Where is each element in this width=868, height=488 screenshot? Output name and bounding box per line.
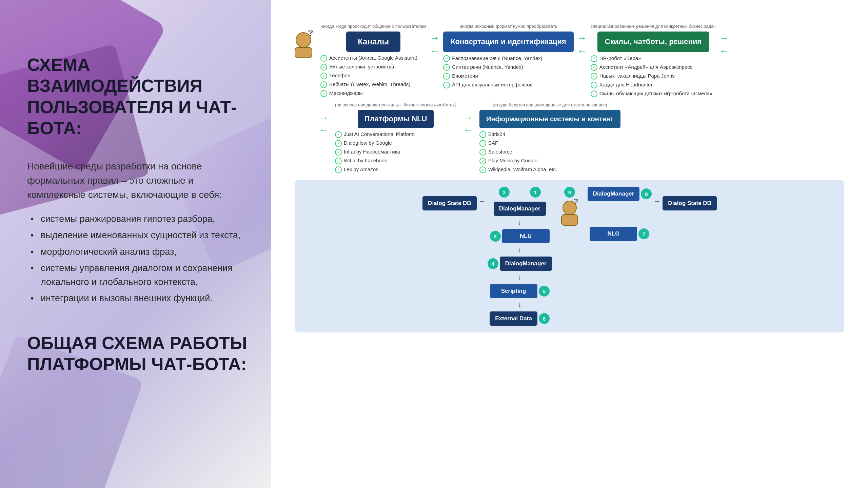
top-note-2: иногда исходный формат нужно преобразова…: [460, 15, 557, 29]
badge-9: 9: [564, 187, 575, 198]
right-arrow-icon: →: [719, 32, 729, 44]
down-arrow-icon: ↓: [518, 273, 521, 281]
left-panel: СХЕМА ВЗАИМОДЕЙСТВИЯ ПОЛЬЗОВАТЕЛЯ И ЧАТ-…: [0, 0, 271, 488]
bullet-list: системы ранжирования гипотез разбора, вы…: [27, 212, 251, 305]
check-icon: ✓: [591, 55, 597, 62]
skills-section: специализированные решения для конкретны…: [591, 15, 716, 99]
check-item: ✓ Inf.ai by Наносемантика: [335, 148, 456, 156]
secondary-title: ОБЩАЯ СХЕМА РАБОТЫ ПЛАТФОРМЫ ЧАТ-БОТА:: [27, 332, 251, 375]
check-icon: ✓: [320, 64, 327, 70]
check-item: ✓ Ассистент «Андрей» для Аэроэкспресс: [591, 64, 716, 71]
check-icon: ✓: [335, 149, 342, 156]
badge-1: 1: [530, 187, 541, 198]
check-item: ✓ Just AI Conversational Platform: [335, 131, 456, 138]
right-panel: ? иногда когда происходит общение с поль…: [271, 0, 868, 488]
checklist-2: ✓ Распознавание речи (Nuance, Yandex) ✓ …: [443, 55, 574, 90]
bullet-item: интеграции и вызовы внешних функций.: [27, 291, 251, 305]
dialog-manager-2: DialogManager: [500, 257, 552, 271]
middle-section: → ← (на основе них делается скилы – бизн…: [319, 102, 841, 175]
check-item: ✓ Распознавание речи (Nuance, Yandex): [443, 55, 574, 62]
badge-5: 5: [539, 286, 550, 297]
check-icon: ✓: [443, 82, 450, 88]
check-icon: ✓: [591, 90, 597, 97]
check-item: ✓ Скилы обучающих детских игр-робота «См…: [591, 90, 716, 97]
platform-nlu-box: Платформы NLU: [358, 110, 434, 128]
check-item: ✓ Lex by Amazon: [335, 166, 456, 173]
external-data-box: External Data: [490, 311, 537, 326]
mid-note-2: (откуда берутся внешние данные для ответ…: [493, 102, 607, 108]
check-item: ✓ Wikipedia, Wolfram Alpha, etc.: [479, 166, 620, 173]
left-arrow-icon: ←: [319, 125, 328, 136]
left-arrow-icon: ←: [719, 45, 729, 57]
arrows-1: → ←: [430, 32, 440, 57]
check-item: ✓ Телефон: [320, 72, 426, 79]
check-icon: ✓: [479, 158, 486, 164]
left-arrow-icon: ←: [463, 125, 473, 136]
check-icon: ✓: [335, 158, 342, 164]
down-arrow-icon: ↓: [518, 301, 521, 309]
svg-rect-1: [295, 47, 312, 58]
center-person-icon: ?: [559, 199, 581, 226]
bullet-item: системы ранжирования гипотез разбора,: [27, 212, 251, 226]
right-arrow-icon: →: [577, 32, 587, 44]
badge-8: 8: [641, 188, 652, 199]
check-icon: ✓: [443, 64, 450, 71]
dialog-state-db-left: Dialog State DB: [422, 196, 477, 210]
right-arrow-icon: →: [653, 197, 661, 206]
user-figure: ?: [292, 30, 315, 59]
check-item: ✓ Play Music by Google: [479, 157, 620, 164]
badge-6: 6: [539, 313, 550, 324]
center-person: 9 ?: [559, 187, 581, 226]
mid-arrows-center: → ←: [463, 113, 473, 136]
check-item: ✓ Bitrix24: [479, 131, 620, 138]
check-item: ✓ Ассистенты (Алиса, Google Assistant): [320, 55, 426, 62]
check-item: ✓ Dialogflow by Google: [335, 140, 456, 147]
right-arrow-icon: →: [463, 113, 473, 123]
svg-text:?: ?: [308, 30, 313, 38]
main-title: СХЕМА ВЗАИМОДЕЙСТВИЯ ПОЛЬЗОВАТЕЛЯ И ЧАТ-…: [27, 54, 251, 139]
check-icon: ✓: [335, 131, 342, 138]
check-icon: ✓: [335, 140, 342, 147]
check-icon: ✓: [479, 166, 486, 173]
description-text: Новейшие среды разработки на основе форм…: [27, 159, 251, 202]
mid-checklist-2: ✓ Bitrix24 ✓ SAP ✓ Salesforce ✓ Play Mus…: [479, 131, 620, 175]
check-icon: ✓: [320, 55, 327, 62]
bot-arrow-right: →: [653, 187, 661, 206]
bot-arrow-1: →: [478, 187, 486, 206]
check-item: ✓ Wit.ai by Facebook: [335, 157, 456, 164]
bot-right-db: Dialog State DB: [663, 187, 717, 210]
top-section: ? иногда когда происходит общение с поль…: [292, 15, 848, 99]
dialog-manager-3: DialogManager: [588, 187, 640, 201]
check-icon: ✓: [591, 73, 597, 80]
checklist-1: ✓ Ассистенты (Алиса, Google Assistant) ✓…: [320, 55, 426, 99]
bot-right-col: DialogManager 8 NLG 7: [588, 187, 652, 241]
down-arrow-icon: ↓: [518, 219, 521, 226]
check-icon: ✓: [591, 82, 597, 88]
top-note-3: специализированные решения для конкретны…: [591, 15, 716, 29]
bottom-diagram: Dialog State DB → 2 1 DialogManager: [295, 180, 844, 332]
check-icon: ✓: [479, 149, 486, 156]
scripting-box: Scripting: [490, 284, 537, 298]
right-arrow-icon: →: [430, 32, 440, 44]
channels-box: Каналы: [346, 32, 400, 52]
check-item: ✓ Биометрия: [443, 73, 574, 80]
down-arrow-icon: ↓: [518, 246, 521, 254]
info-systems-box: Информационные системы и контент: [479, 110, 620, 128]
svg-text:?: ?: [574, 199, 578, 205]
left-arrow-icon: ←: [577, 45, 587, 57]
conversion-section: иногда исходный формат нужно преобразова…: [443, 15, 574, 90]
check-icon: ✓: [335, 166, 342, 173]
check-icon: ✓: [320, 73, 327, 79]
check-icon: ✓: [479, 131, 486, 138]
right-arrow-icon: →: [319, 113, 328, 123]
bullet-item: системы управления диалогом и сохранения…: [27, 261, 251, 289]
check-item: ✓ SAP: [479, 140, 620, 147]
svg-rect-4: [561, 215, 578, 225]
arrows-2: → ←: [577, 32, 587, 57]
right-arrow-icon: →: [478, 197, 486, 206]
left-arrow-icon: ←: [430, 45, 440, 57]
dialog-manager-1: DialogManager: [494, 202, 546, 216]
conversion-box: Конвертация и идентификация: [443, 32, 574, 52]
check-icon: ✓: [443, 73, 450, 80]
nlu-box: NLU: [502, 229, 550, 243]
